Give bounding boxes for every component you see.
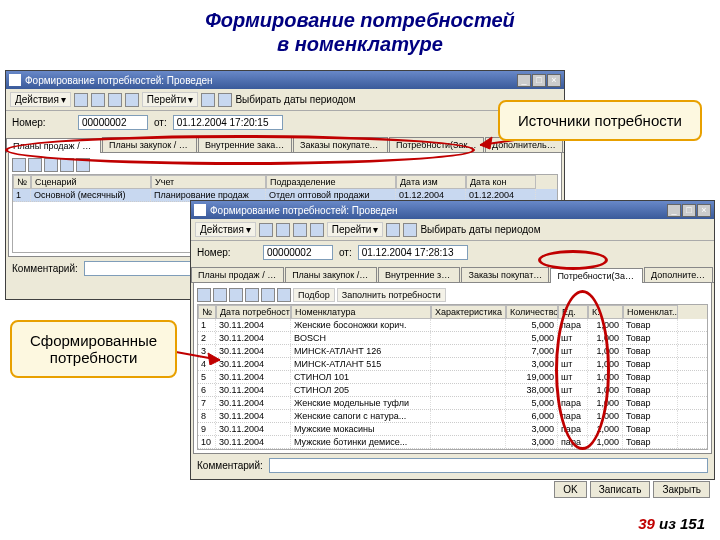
titlebar[interactable]: Формирование потребностей: Проведен _ □ … <box>191 201 714 219</box>
svg-marker-1 <box>480 137 492 149</box>
grid-icon[interactable] <box>229 288 243 302</box>
toolbar-icon[interactable] <box>403 223 417 237</box>
toolbar-icon[interactable] <box>91 93 105 107</box>
col-unit[interactable]: Ед. <box>558 305 588 319</box>
minimize-button[interactable]: _ <box>667 204 681 217</box>
tab-plans-purchase[interactable]: Планы закупок / Ост... <box>285 267 377 282</box>
col-nom[interactable]: Номенклатура <box>291 305 431 319</box>
window-front: Формирование потребностей: Проведен _ □ … <box>190 200 715 480</box>
grid-icon[interactable] <box>277 288 291 302</box>
table-row[interactable]: 730.11.2004Женские модельные туфли5,000п… <box>198 397 707 410</box>
toolbar-icon[interactable] <box>201 93 215 107</box>
tab-customer-orders[interactable]: Заказы покупателе... <box>293 137 388 152</box>
titlebar[interactable]: Формирование потребностей: Проведен _ □ … <box>6 71 564 89</box>
maximize-button[interactable]: □ <box>682 204 696 217</box>
svg-marker-3 <box>208 353 220 365</box>
toolbar-icon[interactable] <box>276 223 290 237</box>
toolbar-hint: Выбирать даты периодом <box>420 224 540 235</box>
number-label: Номер: <box>12 117 72 128</box>
tab-plans-purchase[interactable]: Планы закупок / Ост... <box>102 137 197 152</box>
col-type[interactable]: Номенклат... <box>623 305 678 319</box>
date-input[interactable]: 01.12.2004 17:20:15 <box>173 115 283 130</box>
toolbar-icon[interactable] <box>386 223 400 237</box>
app-icon <box>194 204 206 216</box>
comment-input[interactable] <box>269 458 708 473</box>
grid-icon[interactable] <box>213 288 227 302</box>
grid-icon[interactable] <box>197 288 211 302</box>
table-row[interactable]: 130.11.2004Женские босоножки корич.5,000… <box>198 319 707 332</box>
slide-title: Формирование потребностейв номенклатуре <box>0 0 720 60</box>
actions-menu[interactable]: Действия ▾ <box>195 222 256 237</box>
close-button[interactable]: Закрыть <box>653 481 710 498</box>
number-input[interactable]: 00000002 <box>78 115 148 130</box>
toolbar-icon[interactable] <box>125 93 139 107</box>
col-n[interactable]: № <box>13 175 31 189</box>
number-input[interactable]: 00000002 <box>263 245 333 260</box>
col-k[interactable]: К. <box>588 305 623 319</box>
toolbar-icon[interactable] <box>310 223 324 237</box>
toolbar-hint: Выбирать даты периодом <box>235 94 355 105</box>
table-row[interactable]: 930.11.2004Мужские мокасины3,000пара1,00… <box>198 423 707 436</box>
grid-icon[interactable] <box>261 288 275 302</box>
col-uchet[interactable]: Учет <box>151 175 266 189</box>
grid-icon[interactable] <box>60 158 74 172</box>
close-button[interactable]: × <box>547 74 561 87</box>
page-number: 39 из 151 <box>638 515 705 532</box>
toolbar-icon[interactable] <box>293 223 307 237</box>
col-date[interactable]: Дата потребности <box>216 305 291 319</box>
window-title: Формирование потребностей: Проведен <box>25 75 213 86</box>
grid-icon[interactable] <box>12 158 26 172</box>
table-row[interactable]: 430.11.2004МИНСК-АТЛАНТ 5153,000шт1,000Т… <box>198 358 707 371</box>
maximize-button[interactable]: □ <box>532 74 546 87</box>
callout-formed: Сформированныепотребности <box>10 320 177 378</box>
tab-plans-sales[interactable]: Планы продаж / Пла... <box>6 138 101 153</box>
table-row[interactable]: 330.11.2004МИНСК-АТЛАНТ 1267,000шт1,000Т… <box>198 345 707 358</box>
date-input[interactable]: 01.12.2004 17:28:13 <box>358 245 468 260</box>
tab-customer-orders[interactable]: Заказы покупателе... <box>461 267 549 282</box>
comment-label: Комментарий: <box>12 263 78 274</box>
col-char[interactable]: Характеристика <box>431 305 506 319</box>
table-row[interactable]: 630.11.2004СТИНОЛ 20538,000шт1,000Товар <box>198 384 707 397</box>
nav-menu[interactable]: Перейти ▾ <box>142 92 199 107</box>
callout-sources: Источники потребности <box>498 100 702 141</box>
tab-needs[interactable]: Потребности(Закупк..) <box>550 268 643 283</box>
tab-plans-sales[interactable]: Планы продаж / Пла... <box>191 267 284 282</box>
number-label: Номер: <box>197 247 257 258</box>
grid-icon[interactable] <box>76 158 90 172</box>
col-scenario[interactable]: Сценарий <box>31 175 151 189</box>
grid-icon[interactable] <box>44 158 58 172</box>
col-dept[interactable]: Подразделение <box>266 175 396 189</box>
date-label: от: <box>339 247 352 258</box>
col-qty[interactable]: Количество <box>506 305 558 319</box>
toolbar-icon[interactable] <box>74 93 88 107</box>
actions-menu[interactable]: Действия ▾ <box>10 92 71 107</box>
tab-additional[interactable]: Дополнительно <box>644 267 713 282</box>
table-row[interactable]: 530.11.2004СТИНОЛ 10119,000шт1,000Товар <box>198 371 707 384</box>
nav-menu[interactable]: Перейти ▾ <box>327 222 384 237</box>
tabs: Планы продаж / Пла... Планы закупок / Ос… <box>191 264 714 283</box>
window-title: Формирование потребностей: Проведен <box>210 205 398 216</box>
podbor-button[interactable]: Подбор <box>293 288 335 302</box>
close-button[interactable]: × <box>697 204 711 217</box>
toolbar-icon[interactable] <box>218 93 232 107</box>
toolbar-icon[interactable] <box>108 93 122 107</box>
save-button[interactable]: Записать <box>590 481 651 498</box>
col-d2[interactable]: Дата кон <box>466 175 536 189</box>
col-n[interactable]: № <box>198 305 216 319</box>
col-d1[interactable]: Дата изм <box>396 175 466 189</box>
needs-grid[interactable]: № Дата потребности Номенклатура Характер… <box>197 304 708 450</box>
tab-internal-orders[interactable]: Внутренние заказы <box>378 267 461 282</box>
table-row[interactable]: 830.11.2004Женские сапоги с натура...6,0… <box>198 410 707 423</box>
app-icon <box>9 74 21 86</box>
grid-icon[interactable] <box>245 288 259 302</box>
toolbar-icon[interactable] <box>259 223 273 237</box>
grid-icon[interactable] <box>28 158 42 172</box>
fill-needs-button[interactable]: Заполнить потребности <box>337 288 446 302</box>
table-row[interactable]: 230.11.2004BOSCH5,000шт1,000Товар <box>198 332 707 345</box>
toolbar: Действия ▾ Перейти ▾ Выбирать даты перио… <box>6 89 564 111</box>
tab-internal-orders[interactable]: Внутренние заказы <box>198 137 292 152</box>
ok-button[interactable]: OK <box>554 481 586 498</box>
minimize-button[interactable]: _ <box>517 74 531 87</box>
table-row[interactable]: 1030.11.2004Мужские ботинки демисе...3,0… <box>198 436 707 449</box>
toolbar: Действия ▾ Перейти ▾ Выбирать даты перио… <box>191 219 714 241</box>
